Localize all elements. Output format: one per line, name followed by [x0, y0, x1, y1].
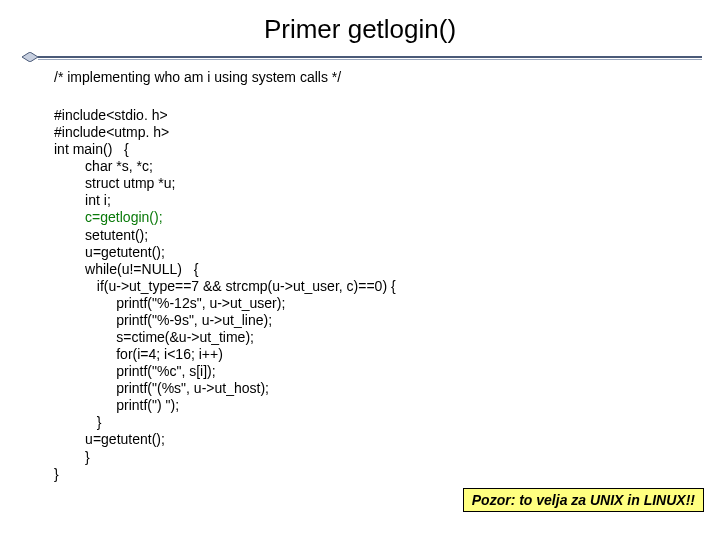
code-line: }: [54, 414, 101, 430]
code-line: struct utmp *u;: [54, 175, 175, 191]
code-line: char *s, *c;: [54, 158, 153, 174]
code-line: int main() {: [54, 141, 129, 157]
code-line: printf("(%s", u->ut_host);: [54, 380, 269, 396]
code-line-highlight: c=getlogin();: [54, 209, 163, 225]
code-line: setutent();: [54, 227, 148, 243]
code-line: #include<stdio. h>: [54, 107, 168, 123]
code-line: printf("%-12s", u->ut_user);: [54, 295, 285, 311]
code-line: u=getutent();: [54, 431, 165, 447]
code-line: printf("%c", s[i]);: [54, 363, 216, 379]
code-line: u=getutent();: [54, 244, 165, 260]
diamond-icon: [22, 52, 36, 62]
divider-line-dark: [38, 56, 702, 58]
code-line: }: [54, 449, 90, 465]
code-line: s=ctime(&u->ut_time);: [54, 329, 254, 345]
code-line: printf("%-9s", u->ut_line);: [54, 312, 272, 328]
code-line: for(i=4; i<16; i++): [54, 346, 223, 362]
code-line: if(u->ut_type==7 && strcmp(u->ut_user, c…: [54, 278, 396, 294]
code-line: #include<utmp. h>: [54, 124, 169, 140]
code-comment: /* implementing who am i using system ca…: [54, 69, 720, 85]
warning-callout: Pozor: to velja za UNIX in LINUX!!: [463, 488, 704, 512]
code-block: #include<stdio. h> #include<utmp. h> int…: [54, 107, 720, 483]
code-line: while(u!=NULL) {: [54, 261, 198, 277]
code-line: int i;: [54, 192, 111, 208]
svg-marker-0: [22, 52, 38, 62]
divider-line-light: [38, 59, 702, 60]
code-line: }: [54, 466, 59, 482]
title-divider: [0, 53, 720, 63]
slide-title: Primer getlogin(): [0, 14, 720, 45]
code-line: printf(") ");: [54, 397, 179, 413]
